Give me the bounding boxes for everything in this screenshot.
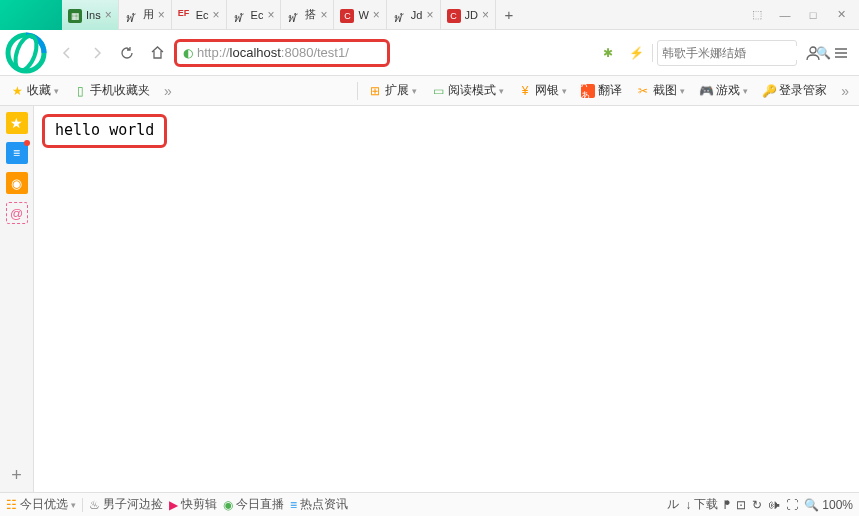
status-today-picks[interactable]: ☷今日优选▾	[6, 496, 76, 513]
reader-icon: ▭	[431, 84, 445, 98]
tool-login-manager[interactable]: 🔑登录管家	[758, 82, 831, 99]
tab-label-7: JD	[465, 9, 478, 21]
tool-translate[interactable]: Aあ翻译	[577, 82, 626, 99]
tab-close-2[interactable]: ×	[213, 8, 220, 22]
status-fullscreen-icon[interactable]: ⛶	[786, 498, 798, 512]
sidebar-add-button[interactable]: +	[4, 462, 30, 488]
window-controls: ⬚ — □ ✕	[743, 4, 859, 26]
tab-1[interactable]: ฬ 用 ×	[119, 0, 172, 30]
status-zoom[interactable]: 🔍100%	[804, 498, 853, 512]
star-icon: ★	[10, 84, 24, 98]
tab-label-5: W	[358, 9, 368, 21]
page-content: hello world	[34, 106, 859, 492]
browser-logo[interactable]	[2, 33, 50, 73]
tab-close-7[interactable]: ×	[482, 8, 489, 22]
left-sidebar: ★ ≡ ◉ @ +	[0, 106, 34, 492]
favorites-label: 收藏	[27, 82, 51, 99]
status-mute-icon[interactable]: ル	[667, 496, 679, 513]
tab-close-1[interactable]: ×	[158, 8, 165, 22]
mobile-favorites[interactable]: ▯ 手机收藏夹	[69, 82, 154, 99]
tab-label-1: 用	[143, 7, 154, 22]
tab-close-3[interactable]: ×	[267, 8, 274, 22]
tab-favicon-5: C	[340, 8, 354, 22]
new-tab-button[interactable]: +	[496, 0, 522, 30]
sidebar-favorites-icon[interactable]: ★	[4, 110, 30, 136]
tab-7[interactable]: C JD ×	[441, 0, 496, 30]
address-bar-row: ◐ http://localhost:8080/test1/ ✱ ⚡ 🔍	[0, 30, 859, 76]
tab-label-2: Ec	[196, 9, 209, 21]
tool-bank[interactable]: ¥网银▾	[514, 82, 571, 99]
tab-favicon-0: ▦	[68, 8, 82, 22]
sidebar-mail-icon[interactable]: @	[4, 200, 30, 226]
tab-label-4: 搭	[305, 7, 316, 22]
content-area: ★ ≡ ◉ @ + hello world	[0, 106, 859, 492]
chevron-down-icon: ▾	[54, 86, 59, 96]
tab-label-3: Ec	[251, 9, 264, 21]
flash-icon[interactable]: ⚡	[624, 41, 648, 65]
reload-button[interactable]	[114, 40, 140, 66]
key-icon: 🔑	[762, 84, 776, 98]
address-text: http://localhost:8080/test1/	[197, 45, 381, 60]
more-bookmarks[interactable]: »	[160, 83, 176, 99]
download-icon: ↓	[685, 498, 691, 512]
site-security-icon: ◐	[183, 46, 193, 60]
title-bar: ▦ Ins × ฬ 用 × EF Ec × ฬ Ec × ฬ 搭 × C W ×	[0, 0, 859, 30]
minimize-button[interactable]: —	[771, 4, 799, 26]
tab-close-6[interactable]: ×	[426, 8, 433, 22]
maximize-button[interactable]: □	[799, 4, 827, 26]
sidebar-weibo-icon[interactable]: ◉	[4, 170, 30, 196]
tab-2[interactable]: EF Ec ×	[172, 0, 227, 30]
status-live[interactable]: ◉今日直播	[223, 496, 284, 513]
back-button[interactable]	[54, 40, 80, 66]
tool-screenshot[interactable]: ✂截图▾	[632, 82, 689, 99]
play-icon: ▶	[169, 498, 178, 512]
status-restore-icon[interactable]: ↻	[752, 498, 762, 512]
status-news-ticker[interactable]: ♨男子河边捡	[89, 496, 163, 513]
tool-games[interactable]: 🎮游戏▾	[695, 82, 752, 99]
tab-favicon-3: ฬ	[233, 8, 247, 22]
tab-close-5[interactable]: ×	[373, 8, 380, 22]
tab-label-6: Jd	[411, 9, 423, 21]
gamepad-icon: 🎮	[699, 84, 713, 98]
tab-favicon-2: EF	[178, 8, 192, 22]
status-clip[interactable]: ▶快剪辑	[169, 496, 217, 513]
page-text: hello world	[55, 121, 154, 139]
tab-3[interactable]: ฬ Ec ×	[227, 0, 282, 30]
status-pip-icon[interactable]: ⊡	[736, 498, 746, 512]
favorites-menu[interactable]: ★ 收藏 ▾	[6, 82, 63, 99]
today-icon: ☷	[6, 498, 17, 512]
search-input[interactable]	[662, 46, 812, 60]
page-highlight-box: hello world	[42, 114, 167, 148]
tab-0[interactable]: ▦ Ins ×	[62, 0, 119, 30]
sidebar-news-icon[interactable]: ≡	[4, 140, 30, 166]
bookmarks-bar: ★ 收藏 ▾ ▯ 手机收藏夹 » ⊞扩展▾ ▭阅读模式▾ ¥网银▾ Aあ翻译 ✂…	[0, 76, 859, 106]
grid-icon: ⊞	[368, 84, 382, 98]
tab-strip: ▦ Ins × ฬ 用 × EF Ec × ฬ Ec × ฬ 搭 × C W ×	[62, 0, 743, 30]
status-download[interactable]: ↓下载	[685, 496, 718, 513]
home-button[interactable]	[144, 40, 170, 66]
logo-corner	[0, 0, 62, 30]
tab-label-0: Ins	[86, 9, 101, 21]
status-bookmark-icon[interactable]: ᖰ	[724, 498, 730, 512]
status-hotnews[interactable]: ≡热点资讯	[290, 496, 348, 513]
svg-point-2	[810, 47, 816, 53]
tab-5[interactable]: C W ×	[334, 0, 386, 30]
search-box[interactable]: 🔍	[657, 40, 797, 66]
address-box[interactable]: ◐ http://localhost:8080/test1/	[174, 39, 390, 67]
camera-icon[interactable]: ✱	[596, 41, 620, 65]
live-icon: ◉	[223, 498, 233, 512]
menu-icon[interactable]	[829, 41, 853, 65]
tab-close-0[interactable]: ×	[105, 8, 112, 22]
tab-4[interactable]: ฬ 搭 ×	[281, 0, 334, 30]
tab-6[interactable]: ฬ Jd ×	[387, 0, 441, 30]
tool-reader[interactable]: ▭阅读模式▾	[427, 82, 508, 99]
status-speaker-icon[interactable]: 🕪	[768, 498, 780, 512]
close-window-button[interactable]: ✕	[827, 4, 855, 26]
tool-extensions[interactable]: ⊞扩展▾	[364, 82, 421, 99]
skin-button[interactable]: ⬚	[743, 4, 771, 26]
user-icon[interactable]	[801, 41, 825, 65]
tab-close-4[interactable]: ×	[320, 8, 327, 22]
more-tools[interactable]: »	[837, 83, 853, 99]
zoom-icon: 🔍	[804, 498, 819, 512]
forward-button[interactable]	[84, 40, 110, 66]
